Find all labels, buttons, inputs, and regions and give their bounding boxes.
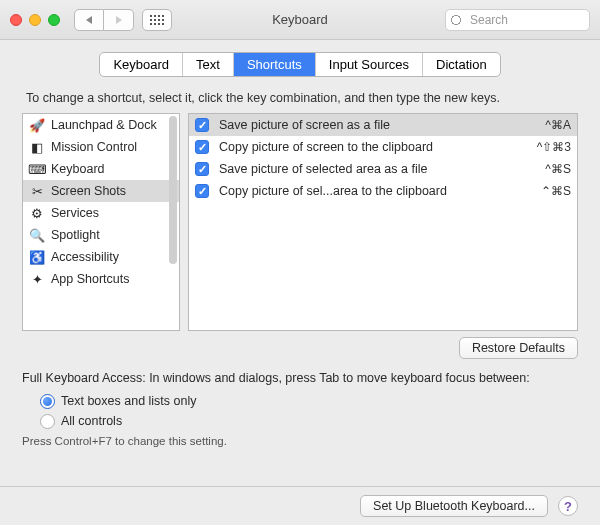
nav-buttons (74, 9, 134, 31)
tabs: Keyboard Text Shortcuts Input Sources Di… (99, 52, 500, 77)
category-label: Screen Shots (51, 184, 126, 198)
instruction-text: To change a shortcut, select it, click t… (26, 91, 578, 105)
shortcut-keys[interactable]: ^⌘S (545, 162, 571, 176)
category-launchpad[interactable]: 🚀Launchpad & Dock (23, 114, 179, 136)
search-input[interactable] (445, 9, 590, 31)
fka-heading: Full Keyboard Access: In windows and dia… (22, 371, 578, 385)
show-all-button[interactable] (142, 9, 172, 31)
shortcut-keys[interactable]: ⌃⌘S (541, 184, 571, 198)
scroll-thumb[interactable] (169, 116, 177, 264)
minimize-icon[interactable] (29, 14, 41, 26)
shortcut-label: Copy picture of screen to the clipboard (219, 140, 527, 154)
restore-defaults-button[interactable]: Restore Defaults (459, 337, 578, 359)
category-label: Keyboard (51, 162, 105, 176)
checkbox[interactable]: ✓ (195, 162, 209, 176)
shortcut-label: Save picture of selected area as a file (219, 162, 535, 176)
category-screen-shots[interactable]: ✂Screen Shots (23, 180, 179, 202)
mission-control-icon: ◧ (29, 139, 45, 155)
category-list: 🚀Launchpad & Dock ◧Mission Control ⌨Keyb… (22, 113, 180, 331)
services-icon: ⚙ (29, 205, 45, 221)
scrollbar[interactable] (169, 116, 177, 328)
shortcut-row[interactable]: ✓ Copy picture of sel...area to the clip… (189, 180, 577, 202)
titlebar: Keyboard (0, 0, 600, 40)
tab-shortcuts[interactable]: Shortcuts (234, 53, 316, 76)
category-label: Services (51, 206, 99, 220)
tab-dictation[interactable]: Dictation (423, 53, 500, 76)
grid-icon (150, 15, 164, 25)
radio-label: All controls (61, 414, 122, 428)
checkbox[interactable]: ✓ (195, 140, 209, 154)
zoom-icon[interactable] (48, 14, 60, 26)
category-spotlight[interactable]: 🔍Spotlight (23, 224, 179, 246)
radio-label: Text boxes and lists only (61, 394, 197, 408)
category-label: Spotlight (51, 228, 100, 242)
checkbox[interactable]: ✓ (195, 184, 209, 198)
radio-button[interactable] (40, 394, 55, 409)
fka-option-textboxes[interactable]: Text boxes and lists only (40, 391, 578, 411)
window-controls (10, 14, 60, 26)
fka-option-all[interactable]: All controls (40, 411, 578, 431)
shortcut-row[interactable]: ✓ Copy picture of screen to the clipboar… (189, 136, 577, 158)
category-label: App Shortcuts (51, 272, 130, 286)
tab-keyboard[interactable]: Keyboard (100, 53, 183, 76)
shortcut-row[interactable]: ✓ Save picture of screen as a file ^⌘A (189, 114, 577, 136)
fka-hint: Press Control+F7 to change this setting. (22, 435, 578, 447)
shortcut-list: ✓ Save picture of screen as a file ^⌘A ✓… (188, 113, 578, 331)
shortcut-row[interactable]: ✓ Save picture of selected area as a fil… (189, 158, 577, 180)
category-label: Accessibility (51, 250, 119, 264)
full-keyboard-access: Full Keyboard Access: In windows and dia… (22, 371, 578, 447)
tab-text[interactable]: Text (183, 53, 234, 76)
category-label: Mission Control (51, 140, 137, 154)
help-button[interactable]: ? (558, 496, 578, 516)
shortcut-label: Copy picture of sel...area to the clipbo… (219, 184, 531, 198)
radio-button[interactable] (40, 414, 55, 429)
category-mission-control[interactable]: ◧Mission Control (23, 136, 179, 158)
shortcut-keys[interactable]: ^⇧⌘3 (537, 140, 571, 154)
forward-button[interactable] (104, 9, 134, 31)
chevron-left-icon (86, 16, 92, 24)
spotlight-icon: 🔍 (29, 227, 45, 243)
category-label: Launchpad & Dock (51, 118, 157, 132)
category-services[interactable]: ⚙Services (23, 202, 179, 224)
launchpad-icon: 🚀 (29, 117, 45, 133)
category-keyboard[interactable]: ⌨Keyboard (23, 158, 179, 180)
accessibility-icon: ♿ (29, 249, 45, 265)
shortcut-keys[interactable]: ^⌘A (545, 118, 571, 132)
app-shortcuts-icon: ✦ (29, 271, 45, 287)
category-app-shortcuts[interactable]: ✦App Shortcuts (23, 268, 179, 290)
keyboard-icon: ⌨ (29, 161, 45, 177)
screenshots-icon: ✂ (29, 183, 45, 199)
chevron-right-icon (116, 16, 122, 24)
shortcut-label: Save picture of screen as a file (219, 118, 535, 132)
close-icon[interactable] (10, 14, 22, 26)
tab-input-sources[interactable]: Input Sources (316, 53, 423, 76)
category-accessibility[interactable]: ♿Accessibility (23, 246, 179, 268)
bottom-bar: Set Up Bluetooth Keyboard... ? (0, 486, 600, 525)
checkbox[interactable]: ✓ (195, 118, 209, 132)
bluetooth-keyboard-button[interactable]: Set Up Bluetooth Keyboard... (360, 495, 548, 517)
back-button[interactable] (74, 9, 104, 31)
